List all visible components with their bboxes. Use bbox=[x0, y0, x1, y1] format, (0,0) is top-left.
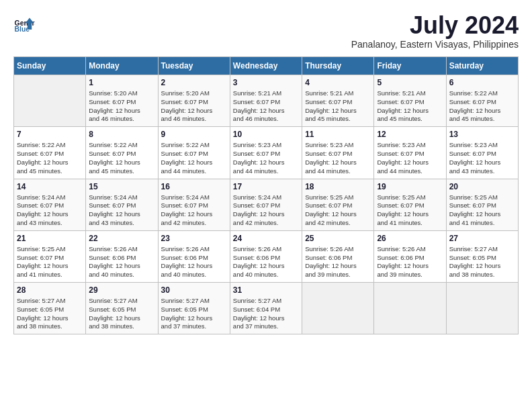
day-cell: 13Sunrise: 5:23 AM Sunset: 6:07 PM Dayli… bbox=[446, 127, 518, 179]
day-number: 18 bbox=[305, 182, 371, 191]
day-number: 3 bbox=[233, 78, 299, 87]
day-number: 22 bbox=[89, 234, 154, 243]
header-wednesday: Wednesday bbox=[230, 57, 302, 75]
day-cell: 7Sunrise: 5:22 AM Sunset: 6:07 PM Daylig… bbox=[14, 127, 86, 179]
day-info: Sunrise: 5:24 AM Sunset: 6:07 PM Dayligh… bbox=[161, 193, 227, 228]
day-number: 9 bbox=[161, 130, 227, 139]
day-cell: 28Sunrise: 5:27 AM Sunset: 6:05 PM Dayli… bbox=[14, 283, 86, 334]
day-number: 31 bbox=[233, 285, 299, 295]
day-number: 4 bbox=[305, 78, 371, 87]
day-cell bbox=[302, 283, 374, 334]
day-cell: 19Sunrise: 5:25 AM Sunset: 6:07 PM Dayli… bbox=[374, 179, 446, 230]
day-info: Sunrise: 5:27 AM Sunset: 6:05 PM Dayligh… bbox=[89, 297, 154, 331]
day-cell: 5Sunrise: 5:21 AM Sunset: 6:07 PM Daylig… bbox=[374, 75, 446, 127]
day-number: 14 bbox=[17, 182, 83, 191]
header-sunday: Sunday bbox=[14, 57, 86, 75]
day-info: Sunrise: 5:25 AM Sunset: 6:07 PM Dayligh… bbox=[449, 193, 515, 228]
header: General Blue July 2024 Panalanoy, Easter… bbox=[13, 13, 519, 50]
day-number: 13 bbox=[449, 130, 515, 139]
logo-icon: General Blue bbox=[13, 13, 35, 35]
day-cell: 15Sunrise: 5:24 AM Sunset: 6:07 PM Dayli… bbox=[86, 179, 158, 230]
day-cell: 1Sunrise: 5:20 AM Sunset: 6:07 PM Daylig… bbox=[86, 75, 158, 127]
day-number: 29 bbox=[89, 285, 154, 295]
day-info: Sunrise: 5:25 AM Sunset: 6:07 PM Dayligh… bbox=[17, 245, 83, 279]
day-info: Sunrise: 5:20 AM Sunset: 6:07 PM Dayligh… bbox=[161, 89, 227, 124]
day-cell: 18Sunrise: 5:25 AM Sunset: 6:07 PM Dayli… bbox=[302, 179, 374, 230]
day-info: Sunrise: 5:23 AM Sunset: 6:07 PM Dayligh… bbox=[377, 141, 443, 175]
day-cell: 6Sunrise: 5:22 AM Sunset: 6:07 PM Daylig… bbox=[446, 75, 518, 127]
day-cell: 24Sunrise: 5:26 AM Sunset: 6:06 PM Dayli… bbox=[230, 230, 302, 282]
day-number: 26 bbox=[377, 234, 443, 243]
day-cell: 26Sunrise: 5:26 AM Sunset: 6:06 PM Dayli… bbox=[374, 230, 446, 282]
day-number: 25 bbox=[305, 234, 371, 243]
week-row-3: 14Sunrise: 5:24 AM Sunset: 6:07 PM Dayli… bbox=[14, 179, 519, 230]
day-info: Sunrise: 5:25 AM Sunset: 6:07 PM Dayligh… bbox=[377, 193, 443, 228]
day-info: Sunrise: 5:22 AM Sunset: 6:07 PM Dayligh… bbox=[449, 89, 515, 124]
month-title: July 2024 bbox=[351, 13, 519, 38]
day-info: Sunrise: 5:27 AM Sunset: 6:05 PM Dayligh… bbox=[17, 297, 83, 331]
day-info: Sunrise: 5:20 AM Sunset: 6:07 PM Dayligh… bbox=[89, 89, 154, 124]
week-row-2: 7Sunrise: 5:22 AM Sunset: 6:07 PM Daylig… bbox=[14, 127, 519, 179]
day-cell bbox=[14, 75, 86, 127]
day-cell: 2Sunrise: 5:20 AM Sunset: 6:07 PM Daylig… bbox=[158, 75, 230, 127]
day-number: 7 bbox=[17, 130, 83, 139]
day-number: 21 bbox=[17, 234, 83, 243]
day-number: 28 bbox=[17, 285, 83, 295]
day-number: 23 bbox=[161, 234, 227, 243]
day-number: 2 bbox=[161, 78, 227, 87]
day-info: Sunrise: 5:22 AM Sunset: 6:07 PM Dayligh… bbox=[89, 141, 154, 175]
calendar-header-row: SundayMondayTuesdayWednesdayThursdayFrid… bbox=[14, 57, 519, 75]
day-info: Sunrise: 5:24 AM Sunset: 6:07 PM Dayligh… bbox=[89, 193, 154, 228]
day-cell: 11Sunrise: 5:23 AM Sunset: 6:07 PM Dayli… bbox=[302, 127, 374, 179]
day-info: Sunrise: 5:24 AM Sunset: 6:07 PM Dayligh… bbox=[233, 193, 299, 228]
day-info: Sunrise: 5:26 AM Sunset: 6:06 PM Dayligh… bbox=[377, 245, 443, 279]
day-cell: 23Sunrise: 5:26 AM Sunset: 6:06 PM Dayli… bbox=[158, 230, 230, 282]
day-number: 15 bbox=[89, 182, 154, 191]
logo: General Blue bbox=[13, 13, 35, 35]
header-friday: Friday bbox=[374, 57, 446, 75]
location-title: Panalanoy, Eastern Visayas, Philippines bbox=[351, 39, 519, 50]
day-info: Sunrise: 5:25 AM Sunset: 6:07 PM Dayligh… bbox=[305, 193, 371, 228]
title-section: July 2024 Panalanoy, Eastern Visayas, Ph… bbox=[351, 13, 519, 50]
day-number: 11 bbox=[305, 130, 371, 139]
day-info: Sunrise: 5:27 AM Sunset: 6:04 PM Dayligh… bbox=[233, 297, 299, 331]
day-info: Sunrise: 5:24 AM Sunset: 6:07 PM Dayligh… bbox=[17, 193, 83, 228]
day-number: 24 bbox=[233, 234, 299, 243]
day-number: 30 bbox=[161, 285, 227, 295]
day-cell bbox=[374, 283, 446, 334]
day-info: Sunrise: 5:26 AM Sunset: 6:06 PM Dayligh… bbox=[161, 245, 227, 279]
week-row-4: 21Sunrise: 5:25 AM Sunset: 6:07 PM Dayli… bbox=[14, 230, 519, 282]
day-number: 17 bbox=[233, 182, 299, 191]
day-info: Sunrise: 5:27 AM Sunset: 6:05 PM Dayligh… bbox=[161, 297, 227, 331]
day-info: Sunrise: 5:22 AM Sunset: 6:07 PM Dayligh… bbox=[161, 141, 227, 175]
day-info: Sunrise: 5:27 AM Sunset: 6:05 PM Dayligh… bbox=[449, 245, 515, 279]
day-cell: 10Sunrise: 5:23 AM Sunset: 6:07 PM Dayli… bbox=[230, 127, 302, 179]
day-number: 8 bbox=[89, 130, 154, 139]
day-info: Sunrise: 5:21 AM Sunset: 6:07 PM Dayligh… bbox=[305, 89, 371, 124]
day-cell: 17Sunrise: 5:24 AM Sunset: 6:07 PM Dayli… bbox=[230, 179, 302, 230]
day-number: 16 bbox=[161, 182, 227, 191]
day-cell: 29Sunrise: 5:27 AM Sunset: 6:05 PM Dayli… bbox=[86, 283, 158, 334]
day-cell: 9Sunrise: 5:22 AM Sunset: 6:07 PM Daylig… bbox=[158, 127, 230, 179]
day-number: 19 bbox=[377, 182, 443, 191]
header-saturday: Saturday bbox=[446, 57, 518, 75]
day-cell: 4Sunrise: 5:21 AM Sunset: 6:07 PM Daylig… bbox=[302, 75, 374, 127]
header-tuesday: Tuesday bbox=[158, 57, 230, 75]
day-cell: 14Sunrise: 5:24 AM Sunset: 6:07 PM Dayli… bbox=[14, 179, 86, 230]
day-info: Sunrise: 5:22 AM Sunset: 6:07 PM Dayligh… bbox=[17, 141, 83, 175]
day-number: 1 bbox=[89, 78, 154, 87]
day-info: Sunrise: 5:23 AM Sunset: 6:07 PM Dayligh… bbox=[449, 141, 515, 175]
day-info: Sunrise: 5:26 AM Sunset: 6:06 PM Dayligh… bbox=[89, 245, 154, 279]
day-info: Sunrise: 5:23 AM Sunset: 6:07 PM Dayligh… bbox=[305, 141, 371, 175]
day-info: Sunrise: 5:26 AM Sunset: 6:06 PM Dayligh… bbox=[305, 245, 371, 279]
day-cell: 30Sunrise: 5:27 AM Sunset: 6:05 PM Dayli… bbox=[158, 283, 230, 334]
week-row-5: 28Sunrise: 5:27 AM Sunset: 6:05 PM Dayli… bbox=[14, 283, 519, 334]
day-number: 5 bbox=[377, 78, 443, 87]
day-info: Sunrise: 5:23 AM Sunset: 6:07 PM Dayligh… bbox=[233, 141, 299, 175]
day-cell: 25Sunrise: 5:26 AM Sunset: 6:06 PM Dayli… bbox=[302, 230, 374, 282]
day-cell: 21Sunrise: 5:25 AM Sunset: 6:07 PM Dayli… bbox=[14, 230, 86, 282]
day-cell: 20Sunrise: 5:25 AM Sunset: 6:07 PM Dayli… bbox=[446, 179, 518, 230]
calendar-table: SundayMondayTuesdayWednesdayThursdayFrid… bbox=[13, 56, 519, 334]
day-info: Sunrise: 5:21 AM Sunset: 6:07 PM Dayligh… bbox=[377, 89, 443, 124]
day-number: 20 bbox=[449, 182, 515, 191]
